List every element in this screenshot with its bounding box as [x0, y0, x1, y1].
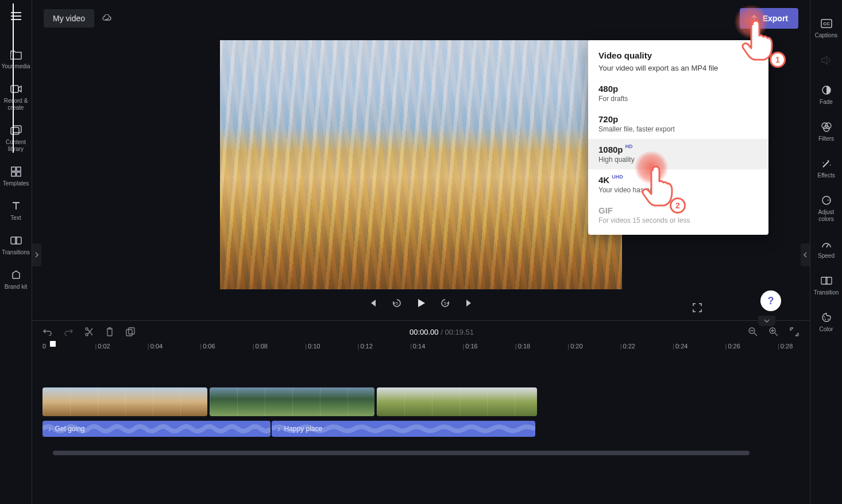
audio-icon [820, 54, 833, 67]
ruler-tick: |0:08 [253, 343, 268, 350]
zoom-out-icon[interactable] [748, 327, 758, 337]
skip-start-icon[interactable] [367, 297, 378, 309]
sidebar-item-label: Templates [3, 180, 29, 187]
timeline-toolbar: 00:00.00 / 00:19.51 [32, 321, 810, 343]
sidebar-item-content-library[interactable]: Content library [0, 119, 32, 161]
quality-option-1080p[interactable]: 1080p HD High quality [588, 139, 768, 169]
hamburger-menu[interactable] [6, 6, 26, 26]
sidebar-item-transitions[interactable]: Transitions [0, 230, 32, 264]
sidebar-item-label: Filters [818, 135, 834, 142]
upload-icon [750, 14, 758, 22]
sidebar-item-effects[interactable]: Effects [810, 152, 842, 188]
brandkit-icon [10, 269, 22, 281]
undo-icon[interactable] [43, 327, 53, 337]
ruler-tick: |0:24 [673, 343, 687, 350]
forward-5-icon[interactable]: 5 [439, 297, 451, 309]
sidebar-item-transition[interactable]: Transition [810, 269, 842, 305]
audio-track: ♪ Get going ♪ Happy place [43, 421, 799, 437]
audio-clip[interactable]: ♪ Happy place [272, 421, 535, 437]
quality-option-480p[interactable]: 480p For drafts [588, 78, 768, 108]
sidebar-item-label: Fade [820, 99, 833, 106]
sidebar-item-captions[interactable]: CC Captions [810, 11, 842, 48]
ruler-tick: |0:26 [725, 343, 740, 350]
project-title[interactable]: My video [44, 9, 94, 28]
sidebar-item-templates[interactable]: Templates [0, 161, 32, 195]
svg-rect-4 [17, 167, 21, 171]
rewind-5-icon[interactable]: 5 [391, 297, 403, 309]
quality-option-720p[interactable]: 720p Smaller file, faster export [588, 108, 768, 139]
timecode-current: 00:00.00 [410, 328, 439, 336]
cloud-sync-icon[interactable] [101, 13, 113, 24]
help-button[interactable]: ? [760, 290, 781, 311]
redo-icon[interactable] [63, 327, 74, 337]
folder-icon [10, 48, 22, 61]
sidebar-item-fade[interactable]: Fade [810, 78, 842, 115]
fit-icon[interactable] [789, 327, 799, 337]
video-clip[interactable] [377, 387, 537, 416]
quality-option-4k[interactable]: 4K UHD Your video has no 4... [588, 169, 768, 200]
svg-rect-1 [11, 127, 19, 134]
collapse-right-panel[interactable] [801, 243, 810, 266]
zoom-in-icon[interactable] [768, 327, 779, 337]
sidebar-item-adjust-colors[interactable]: Adjust colors [810, 188, 842, 232]
templates-icon [10, 165, 22, 178]
sidebar-item-label: Your media [1, 63, 30, 70]
sidebar-item-audio[interactable] [810, 48, 842, 78]
delete-icon[interactable] [105, 327, 115, 337]
sidebar-item-record-create[interactable]: Record & create [0, 78, 32, 119]
split-icon[interactable] [84, 327, 94, 337]
expand-panel-toggle[interactable] [758, 316, 775, 326]
transitions-icon [10, 234, 22, 247]
svg-rect-2 [13, 126, 21, 133]
speed-icon [820, 238, 833, 250]
sidebar-item-label: Record & create [1, 98, 30, 111]
ruler-tick: |0:16 [462, 343, 477, 350]
playhead[interactable] [50, 341, 56, 347]
transition-icon [820, 274, 833, 287]
sidebar-right: CC Captions Fade Filters Effects Adjust … [810, 0, 842, 504]
timecode: 00:00.00 / 00:19.51 [410, 328, 474, 336]
svg-rect-3 [11, 167, 16, 171]
playback-controls: 5 5 [220, 297, 622, 309]
svg-point-12 [86, 334, 88, 336]
video-clip[interactable] [210, 387, 374, 416]
ruler-tick: |0:18 [515, 343, 530, 350]
skip-end-icon[interactable] [464, 297, 475, 309]
collapse-left-panel[interactable] [32, 243, 41, 266]
preview-canvas[interactable] [220, 40, 622, 289]
sidebar-item-label: Adjust colors [812, 209, 841, 223]
audio-clip[interactable]: ♪ Get going [43, 421, 271, 437]
video-clip[interactable] [43, 387, 207, 416]
ruler-tick: |0:14 [410, 343, 425, 350]
sidebar-item-filters[interactable]: Filters [810, 115, 842, 152]
play-icon[interactable] [415, 297, 427, 309]
preview-frame-image [220, 40, 622, 289]
timeline-tracks[interactable]: ♪ Get going ♪ Happy place [32, 359, 810, 504]
sidebar-left: Your media Record & create Content libra… [0, 0, 32, 504]
ruler-tick: |0:06 [200, 343, 215, 350]
fade-icon [820, 84, 833, 96]
svg-point-28 [828, 319, 829, 320]
sidebar-item-speed[interactable]: Speed [810, 232, 842, 269]
quality-option-gif[interactable]: GIF For videos 15 seconds or less [588, 200, 768, 230]
sidebar-item-brand-kit[interactable]: Brand kit [0, 264, 32, 298]
sidebar-item-label: Color [820, 326, 833, 333]
topbar: My video Export [32, 0, 810, 37]
sidebar-item-label: Effects [817, 172, 835, 179]
fullscreen-icon[interactable] [692, 302, 703, 313]
sidebar-item-text[interactable]: Text [0, 195, 32, 230]
camera-icon [10, 83, 22, 95]
sidebar-item-label: Content library [1, 139, 30, 153]
playhead-line [13, 3, 14, 153]
svg-text:5: 5 [444, 301, 446, 305]
duplicate-icon[interactable] [125, 327, 136, 337]
sidebar-item-label: Transition [814, 289, 839, 296]
export-button[interactable]: Export [740, 8, 798, 29]
sidebar-item-your-media[interactable]: Your media [0, 44, 32, 78]
timeline-ruler[interactable]: 0|0:02|0:04|0:06|0:08|0:10|0:12|0:14|0:1… [32, 343, 810, 359]
ruler-tick: |0:12 [358, 343, 373, 350]
sidebar-item-color[interactable]: Color [810, 305, 842, 342]
svg-rect-0 [11, 86, 18, 92]
video-track [43, 387, 799, 416]
timeline-scrollbar[interactable] [53, 451, 750, 455]
